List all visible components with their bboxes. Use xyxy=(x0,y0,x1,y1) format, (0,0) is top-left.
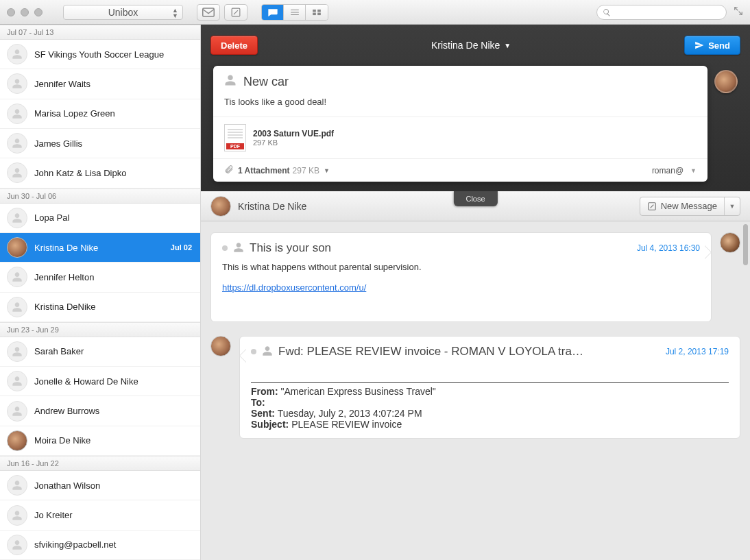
message-bubble[interactable]: This is your sonJul 4, 2013 16:30This is… xyxy=(210,232,712,322)
contact-list-item[interactable]: Kristina DeNike xyxy=(0,293,200,322)
contact-list-item[interactable]: SF Vikings Youth Soccer League xyxy=(0,40,200,69)
contact-photo-avatar xyxy=(7,237,27,258)
unread-dot-icon xyxy=(251,349,256,354)
attachment-count[interactable]: 1 Attachment xyxy=(238,166,290,175)
contact-date-label: Jul 02 xyxy=(171,243,192,252)
contact-placeholder-avatar xyxy=(7,267,27,287)
compose-body[interactable]: Tis looks like a good deal! xyxy=(213,97,707,117)
attachment-name: 2003 Saturn VUE.pdf xyxy=(253,129,334,138)
message-link[interactable]: https://dl.dropboxusercontent.com/u/ xyxy=(222,282,366,293)
contact-name-label: Sarah Baker xyxy=(34,346,84,356)
scrollbar-thumb[interactable] xyxy=(743,224,748,265)
contact-name-label: Moira De Nike xyxy=(34,435,90,446)
contact-name-label: Jonathan Wilson xyxy=(34,480,100,491)
contact-list-item[interactable]: sfviking@pacbell.net xyxy=(0,531,200,560)
chevron-down-icon[interactable]: ▼ xyxy=(324,167,330,174)
contacts-sidebar: Jul 07 - Jul 13SF Vikings Youth Soccer L… xyxy=(0,25,201,560)
contact-list-item[interactable]: Moira De Nike xyxy=(0,426,200,456)
contact-placeholder-avatar xyxy=(7,208,27,228)
message-subject: This is your son xyxy=(250,241,631,255)
person-icon xyxy=(233,242,244,255)
search-icon xyxy=(603,8,611,16)
contact-placeholder-avatar xyxy=(7,162,27,183)
inbox-button[interactable] xyxy=(197,4,220,21)
traffic-lights xyxy=(0,8,43,16)
compose-button[interactable] xyxy=(224,4,247,21)
chevron-down-icon[interactable]: ▼ xyxy=(690,167,697,174)
message-subject: Fwd: PLEASE REVIEW invoice - ROMAN V LOY… xyxy=(278,345,660,358)
compose-area: Delete Kristina De Nike ▼ Send New car xyxy=(201,25,750,191)
zoom-window-button[interactable] xyxy=(34,8,43,16)
pdf-icon xyxy=(224,124,246,151)
contact-list-item[interactable]: Lopa Pal xyxy=(0,204,200,233)
message-timestamp: Jul 4, 2013 16:30 xyxy=(637,243,700,253)
from-email[interactable]: roman@ xyxy=(652,166,684,175)
contact-placeholder-avatar xyxy=(7,44,27,64)
app-name: Unibox xyxy=(108,7,138,18)
contact-list-item[interactable]: Jennifer Waits xyxy=(0,69,200,99)
message-timestamp: Jul 2, 2013 17:19 xyxy=(666,347,729,356)
new-message-dropdown[interactable]: ▼ xyxy=(725,197,740,215)
message-bubble[interactable]: Fwd: PLEASE REVIEW invoice - ROMAN V LOY… xyxy=(239,336,740,439)
svg-rect-5 xyxy=(313,9,316,11)
search-field[interactable] xyxy=(596,5,727,20)
new-message-button[interactable]: New Message ▼ xyxy=(640,197,740,216)
contact-list-item[interactable]: Andrew Burrows xyxy=(0,396,200,426)
fullscreen-icon[interactable] xyxy=(734,6,743,18)
delete-button[interactable]: Delete xyxy=(210,36,258,55)
contact-list-item[interactable]: Jo Kreiter xyxy=(0,500,200,530)
contact-name: Kristina De Nike xyxy=(238,201,306,212)
forwarded-header: From: "American Express Business Travel"… xyxy=(251,365,729,430)
message-avatar xyxy=(720,232,740,253)
contact-list-item[interactable]: Marisa Lopez Green xyxy=(0,99,200,129)
contact-placeholder-avatar xyxy=(7,104,27,124)
message-body: From: "American Express Business Travel"… xyxy=(251,365,729,430)
svg-rect-0 xyxy=(203,8,215,16)
compose-subject[interactable]: New car xyxy=(243,75,289,89)
close-compose-tab[interactable]: Close xyxy=(453,191,497,206)
paperclip-icon xyxy=(224,165,234,176)
view-grid-button[interactable] xyxy=(306,5,328,20)
contact-name-label: Andrew Burrows xyxy=(34,406,99,416)
minimize-window-button[interactable] xyxy=(21,8,29,16)
edit-icon xyxy=(647,202,657,211)
send-button[interactable]: Send xyxy=(684,36,740,55)
contact-name-label: sfviking@pacbell.net xyxy=(34,539,116,550)
contact-placeholder-avatar xyxy=(7,505,27,526)
svg-rect-6 xyxy=(317,9,321,11)
contact-list-item[interactable]: Kristina De NikeJul 02 xyxy=(0,233,200,263)
contact-list-item[interactable]: John Katz & Lisa Dipko xyxy=(0,158,200,188)
view-list-button[interactable] xyxy=(284,5,306,20)
contact-placeholder-avatar xyxy=(7,371,27,391)
account-dropdown[interactable]: Unibox ▲▼ xyxy=(63,5,183,20)
message-row: This is your sonJul 4, 2013 16:30This is… xyxy=(210,232,740,322)
date-range-header: Jun 23 - Jun 29 xyxy=(0,322,200,337)
view-conversation-button[interactable] xyxy=(262,5,284,20)
contact-list-item[interactable]: Jonelle & Howard De Nike xyxy=(0,367,200,396)
date-range-header: Jul 07 - Jul 13 xyxy=(0,25,200,40)
contact-name-label: Jennifer Helton xyxy=(34,272,94,282)
contact-name-label: Kristina De Nike xyxy=(34,243,98,253)
contact-list-item[interactable]: James Gillis xyxy=(0,129,200,158)
search-input[interactable] xyxy=(614,8,721,17)
svg-rect-8 xyxy=(317,12,321,14)
svg-rect-7 xyxy=(313,12,316,14)
contact-photo-avatar xyxy=(7,430,27,451)
message-list[interactable]: This is your sonJul 4, 2013 16:30This is… xyxy=(201,221,750,560)
close-window-button[interactable] xyxy=(7,8,15,16)
contact-name-label: Lopa Pal xyxy=(34,212,69,223)
contact-list-item[interactable]: Jonathan Wilson xyxy=(0,471,200,500)
compose-recipient-dropdown[interactable]: Kristina De Nike ▼ xyxy=(431,40,511,51)
contact-placeholder-avatar xyxy=(7,341,27,362)
contact-name-label: Jo Kreiter xyxy=(34,510,73,520)
contact-name-label: Jonelle & Howard De Nike xyxy=(34,376,138,387)
person-icon xyxy=(262,345,273,358)
send-icon xyxy=(694,40,704,50)
contact-name-label: James Gillis xyxy=(34,138,82,149)
updown-icon: ▲▼ xyxy=(172,8,178,19)
message-avatar xyxy=(210,336,231,356)
attachment-total-size: 297 KB xyxy=(293,166,319,175)
contact-list-item[interactable]: Jennifer Helton xyxy=(0,263,200,292)
contact-list-item[interactable]: Sarah Baker xyxy=(0,337,200,367)
attachment-row[interactable]: 2003 Saturn VUE.pdf 297 KB xyxy=(213,117,707,158)
